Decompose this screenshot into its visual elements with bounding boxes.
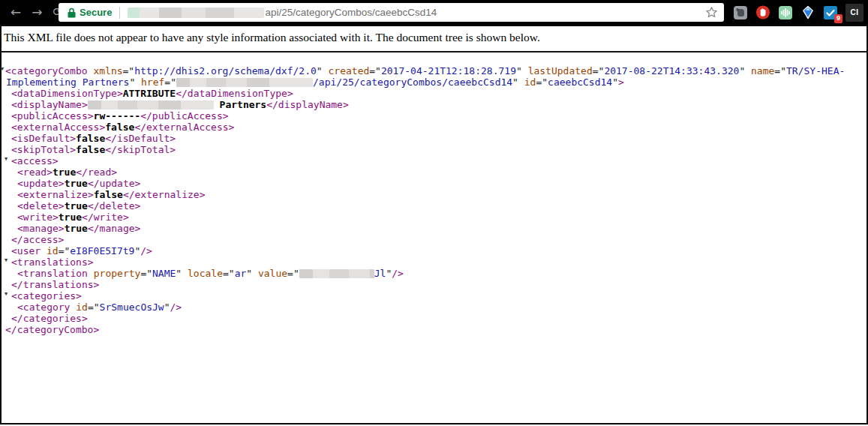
bookmark-star-icon[interactable] bbox=[705, 6, 718, 19]
xml-token: name bbox=[751, 65, 774, 76]
xml-token: false bbox=[76, 144, 105, 155]
gem-extension-icon[interactable] bbox=[800, 5, 815, 20]
xml-token: =" bbox=[774, 65, 786, 76]
xml-token: true bbox=[65, 223, 88, 234]
xml-line: <write>true</write> bbox=[2, 212, 866, 223]
xml-token: =" bbox=[287, 268, 299, 279]
tasks-extension-icon[interactable]: 9 bbox=[823, 5, 838, 20]
xml-token: false bbox=[94, 189, 123, 200]
xml-token: =" bbox=[59, 245, 71, 256]
redacted-text bbox=[176, 78, 313, 87]
xml-token: " bbox=[512, 76, 524, 88]
xml-tree: ▼<categoryCombo xmlns="http://dhis2.org/… bbox=[2, 52, 866, 335]
xml-token: href bbox=[141, 76, 164, 88]
xml-token: 2017-08-22T14:33:43.320 bbox=[604, 65, 739, 76]
xml-token: NAME bbox=[152, 268, 176, 279]
xml-token: </translations> bbox=[11, 279, 99, 290]
security-label: Secure bbox=[80, 7, 112, 18]
collapse-arrow-icon[interactable]: ▼ bbox=[5, 258, 8, 263]
xml-token: <update> bbox=[17, 178, 65, 189]
xml-token: =" bbox=[536, 76, 548, 88]
xml-line: ▼<categories> bbox=[2, 290, 866, 302]
xml-token: id bbox=[47, 245, 59, 256]
xml-token: true bbox=[65, 178, 88, 189]
xml-token: <category bbox=[17, 302, 76, 313]
url-separator bbox=[119, 7, 120, 19]
xml-token: > bbox=[618, 76, 624, 88]
xml-line: <category id="SrSmuecOsJw"/> bbox=[2, 302, 866, 313]
xml-token: =" bbox=[140, 268, 152, 279]
address-bar[interactable]: Secure api/25/categoryCombos/caeebcCsd14 bbox=[59, 3, 724, 22]
xml-token: </publicAccess> bbox=[140, 110, 228, 122]
extension-row: 9 CI bbox=[733, 0, 863, 25]
profile-avatar[interactable]: CI bbox=[845, 4, 863, 22]
xml-token: <externalAccess> bbox=[11, 122, 105, 133]
xml-token: ATTRIBUTE bbox=[123, 88, 176, 99]
xml-token: </isDefault> bbox=[105, 133, 176, 144]
xml-token: <publicAccess> bbox=[11, 110, 94, 122]
xml-token: /api/25/categoryCombos/caeebcCsd14 bbox=[313, 76, 512, 88]
evernote-extension-icon[interactable] bbox=[733, 5, 748, 20]
stop-hand-extension-icon[interactable] bbox=[755, 5, 770, 20]
audio-wave-extension-icon[interactable] bbox=[778, 5, 793, 20]
xml-token: " bbox=[612, 76, 618, 88]
xml-token: property bbox=[94, 268, 141, 279]
xml-token: <categoryCombo bbox=[5, 65, 93, 76]
xml-token: <user bbox=[11, 245, 47, 256]
lock-icon bbox=[68, 8, 76, 18]
xml-token: <delete> bbox=[17, 200, 65, 212]
notification-badge: 9 bbox=[834, 14, 842, 23]
xml-token: Implementing Partners bbox=[6, 76, 129, 88]
forward-icon[interactable]: → bbox=[32, 6, 42, 19]
xml-line: <translation property="NAME" locale="ar"… bbox=[2, 268, 866, 279]
xml-token: </delete> bbox=[88, 200, 140, 212]
xml-line: ▼<categoryCombo xmlns="http://dhis2.org/… bbox=[2, 65, 866, 76]
xml-line: </access> bbox=[2, 234, 866, 245]
xml-line: <isDefault>false</isDefault> bbox=[2, 133, 866, 144]
xml-token: </access> bbox=[11, 234, 64, 245]
redacted-text bbox=[88, 100, 214, 110]
xml-line: </categoryCombo> bbox=[2, 324, 866, 335]
xml-token: " bbox=[516, 65, 528, 76]
xml-token: =" bbox=[164, 76, 176, 88]
collapse-arrow-icon[interactable]: ▼ bbox=[1, 67, 4, 72]
xml-token: </dataDimensionType> bbox=[176, 88, 293, 99]
xml-token: " bbox=[129, 76, 141, 88]
xml-token: caeebcCsd14 bbox=[548, 76, 612, 88]
xml-token: </externalAccess> bbox=[134, 122, 234, 133]
xml-line: <read>true</read> bbox=[2, 166, 866, 178]
xml-line: ▼<access> bbox=[2, 155, 866, 166]
xml-token: =" bbox=[88, 302, 100, 313]
xml-token: id bbox=[76, 302, 88, 313]
xml-token: " bbox=[246, 268, 258, 279]
back-icon[interactable]: ← bbox=[11, 6, 21, 19]
redacted-text bbox=[299, 269, 374, 278]
xml-token: Jl bbox=[374, 268, 386, 279]
xml-token: <write> bbox=[17, 212, 59, 223]
xml-token: </categoryCombo> bbox=[5, 324, 99, 335]
xml-token: " bbox=[739, 65, 751, 76]
url-path[interactable]: api/25/categoryCombos/caeebcCsd14 bbox=[265, 7, 437, 18]
xml-token: " bbox=[164, 302, 170, 313]
xml-token: false bbox=[105, 122, 134, 133]
xml-line: <user id="eI8F0E5I7t9"/> bbox=[2, 245, 866, 256]
xml-token: =" bbox=[593, 65, 605, 76]
xml-token: <externalize> bbox=[17, 189, 94, 200]
xml-token: <manage> bbox=[17, 223, 65, 234]
xml-token: true bbox=[53, 166, 76, 178]
xml-token: " bbox=[176, 268, 188, 279]
xml-style-notice: This XML file does not appear to have an… bbox=[2, 26, 866, 52]
collapse-arrow-icon[interactable]: ▼ bbox=[5, 292, 8, 297]
xml-token: value bbox=[258, 268, 287, 279]
xml-line: <delete>true</delete> bbox=[2, 200, 866, 212]
security-chip[interactable]: Secure bbox=[68, 7, 112, 18]
xml-token: Partners bbox=[214, 99, 266, 110]
collapse-arrow-icon[interactable]: ▼ bbox=[5, 157, 8, 162]
xml-token: /> bbox=[392, 268, 404, 279]
xml-token: ar bbox=[235, 268, 247, 279]
xml-token: " bbox=[317, 65, 329, 76]
xml-token: /> bbox=[140, 245, 152, 256]
xml-token: false bbox=[76, 133, 105, 144]
xml-token: <displayName> bbox=[11, 99, 88, 110]
xml-line: Implementing Partners" href="/api/25/cat… bbox=[2, 76, 866, 88]
